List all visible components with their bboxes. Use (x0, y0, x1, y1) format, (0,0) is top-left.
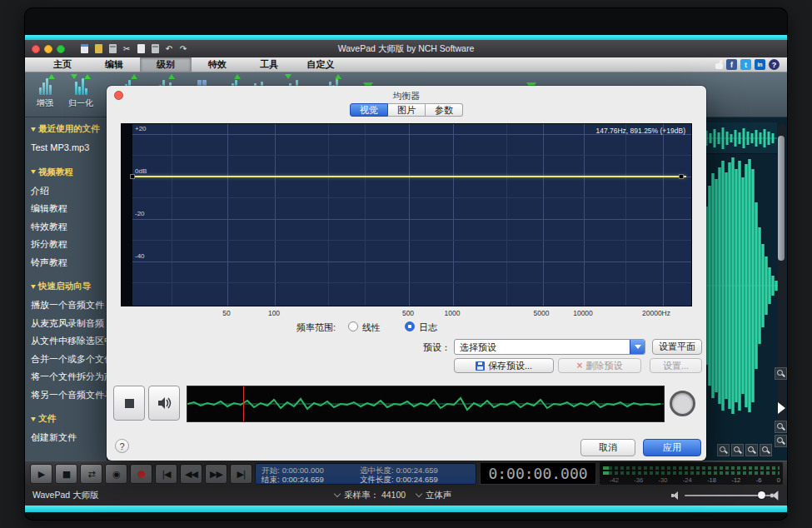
tab-tools[interactable]: 工具 (243, 57, 295, 72)
log-radio-label[interactable]: 日志 (419, 321, 437, 334)
apply-button[interactable]: 应用 (643, 439, 701, 456)
tab-edit[interactable]: 编辑 (88, 57, 140, 72)
sidebar-item-effects-tutorial[interactable]: 特效教程 (31, 218, 107, 237)
volume-slider-thumb[interactable] (758, 491, 765, 499)
cancel-button[interactable]: 取消 (580, 439, 635, 456)
undo-icon[interactable]: ↶ (164, 44, 174, 54)
sidebar-section-recent-files[interactable]: 最近使用的文件 (31, 123, 107, 135)
vertical-scrollbar[interactable] (778, 124, 786, 434)
channels-dropdown[interactable]: 立体声 (416, 490, 452, 501)
tab-levels[interactable]: 级别 (140, 57, 192, 72)
log-radio[interactable] (405, 321, 415, 331)
eq-handle-left[interactable] (130, 174, 135, 179)
fast-forward-button[interactable]: ▶▶ (205, 464, 227, 484)
go-to-start-button[interactable]: |◀ (155, 464, 177, 484)
eq-graph[interactable]: +20 0dB -20 -40 147.76Hz, 891.25% (+19dB… (121, 123, 692, 306)
paste-icon[interactable] (136, 44, 146, 54)
zoom-full-button[interactable] (717, 444, 730, 456)
close-window-button[interactable] (32, 45, 40, 53)
tab-home[interactable]: 主页 (37, 57, 88, 72)
preset-dropdown-value: 选择预设 (455, 340, 630, 354)
sidebar-item-new-file[interactable]: 创建新文件 (31, 429, 107, 447)
zoom-out-button[interactable] (745, 444, 758, 456)
zoom-in-button[interactable] (775, 367, 787, 380)
delete-preset-button[interactable]: ×删除预设 (558, 358, 641, 373)
sidebar-item-play-file[interactable]: 播放一个音频文件 (31, 296, 107, 315)
linear-radio-label[interactable]: 线性 (362, 321, 381, 334)
eq-handle-right[interactable] (679, 174, 684, 179)
twitter-icon[interactable]: t (740, 59, 751, 70)
bottom-accent-bar (25, 506, 787, 512)
sidebar-item-record-mic[interactable]: 从麦克风录制音频 (31, 315, 107, 333)
zoom-in-button[interactable] (731, 444, 744, 456)
record-options-button[interactable]: ◉ (105, 464, 127, 484)
sample-rate-dropdown[interactable]: 采样率： 44100 (335, 490, 406, 501)
save-preset-button[interactable]: 保存预设... (454, 358, 554, 373)
clipboard-icon[interactable] (79, 44, 89, 54)
zoom-all-button[interactable] (760, 444, 772, 456)
sidebar-item-mix-file[interactable]: 将另一个音频文件与 (31, 386, 107, 405)
preset-settings-button[interactable]: 设置... (650, 358, 702, 373)
go-to-end-button[interactable]: ▶| (230, 464, 252, 484)
sidebar-item-merge-files[interactable]: 合并一个或多个文件 (31, 351, 107, 369)
preset-dropdown[interactable]: 选择预设 (454, 339, 645, 355)
facebook-icon[interactable]: f (726, 59, 737, 70)
collapse-triangle-icon (31, 417, 36, 421)
sidebar-item-remove-selection[interactable]: 从文件中移除选区中 (31, 332, 107, 351)
sidebar-item-recent-file[interactable]: Test MP3.mp3 (31, 139, 107, 157)
linkedin-icon[interactable]: in (755, 59, 765, 70)
tab-parametric[interactable]: 参数 (426, 103, 463, 117)
dialog-title: 均衡器 (107, 90, 706, 102)
volume-low-icon[interactable] (671, 491, 680, 500)
preview-waveform-strip[interactable] (187, 386, 665, 422)
tab-effects[interactable]: 特效 (192, 57, 243, 72)
zoom-selection-button[interactable] (775, 435, 787, 447)
scrollbar-thumb[interactable] (778, 136, 785, 261)
stop-button[interactable]: ■ (55, 464, 77, 484)
tab-customize[interactable]: 自定义 (295, 57, 346, 72)
volume-slider[interactable] (685, 495, 773, 496)
like-icon[interactable] (715, 63, 723, 69)
sidebar-item-split-file[interactable]: 将一个文件拆分为声 (31, 368, 107, 386)
x-axis-label: 1000 (445, 309, 461, 317)
eq-curve-line[interactable] (132, 176, 686, 177)
sidebar-section-quickstart[interactable]: 快速启动向导 (31, 281, 107, 292)
zoom-out-button[interactable] (775, 421, 787, 433)
preview-stop-button[interactable] (113, 386, 145, 421)
preview-cursor[interactable] (243, 386, 244, 421)
volume-high-icon[interactable] (770, 491, 781, 501)
redo-icon[interactable]: ↷ (178, 44, 188, 54)
enhance-tool[interactable]: 增强 (28, 77, 62, 109)
print-icon[interactable] (107, 44, 117, 54)
dropdown-arrow-icon[interactable] (630, 340, 645, 354)
tab-graphic[interactable]: 图片 (388, 103, 426, 117)
minimize-window-button[interactable] (44, 45, 52, 53)
sidebar-item-intro[interactable]: 介绍 (31, 182, 107, 201)
sidebar-section-file[interactable]: 文件 (31, 413, 107, 425)
sidebar-item-ringtone-tutorial[interactable]: 铃声教程 (31, 254, 107, 272)
magnifier-icon (777, 437, 785, 446)
preview-play-button[interactable] (148, 386, 180, 421)
normalize-tool[interactable]: 归一化 (64, 77, 97, 109)
edit-icon[interactable] (93, 44, 103, 54)
help-icon[interactable]: ? (769, 59, 780, 70)
zoom-window-button[interactable] (57, 45, 65, 53)
tab-visual[interactable]: 视觉 (350, 103, 388, 117)
sidebar-item-split-tutorial[interactable]: 拆分教程 (31, 236, 107, 254)
titlebar-toolbar: ✂ ↶ ↷ (79, 44, 188, 54)
rewind-button[interactable]: ◀◀ (180, 464, 202, 484)
sidebar-item-edit-tutorial[interactable]: 编辑教程 (31, 200, 107, 218)
loop-button[interactable]: ⇄ (80, 464, 102, 484)
dialog-help-button[interactable]: ? (115, 439, 129, 453)
set-flat-button[interactable]: 设置平面 (652, 339, 702, 355)
play-button[interactable]: ▶ (30, 464, 52, 484)
meter-peak-led (603, 466, 609, 470)
record-button[interactable]: ● (130, 464, 152, 484)
linear-radio[interactable] (348, 321, 358, 331)
sidebar-section-video-tutorials[interactable]: 视频教程 (31, 167, 107, 178)
cut-icon[interactable]: ✂ (122, 44, 132, 54)
magnifier-icon (762, 446, 770, 455)
delete-icon[interactable] (150, 44, 160, 54)
preview-volume-knob[interactable] (670, 391, 695, 416)
panel-expand-marker[interactable] (778, 402, 785, 414)
